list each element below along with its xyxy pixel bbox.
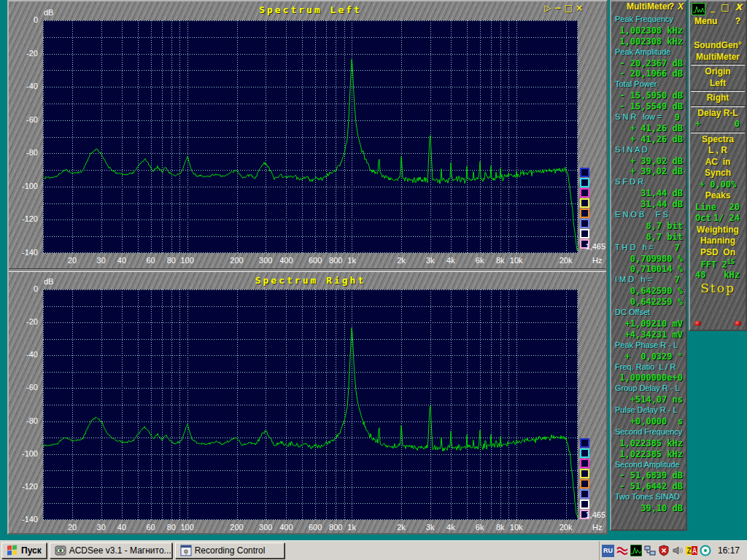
origin-left-button[interactable]: Left <box>690 78 746 90</box>
x-tick-label: 100 <box>175 256 200 265</box>
x-tick-label: 1k <box>339 523 364 532</box>
y-tick-label: -40 <box>9 82 38 90</box>
multimeter-label: Peak Phase R - L <box>611 341 686 351</box>
cd-player-icon[interactable] <box>700 545 711 556</box>
multimeter-value: 31,44 dB <box>611 199 686 210</box>
status-led-right <box>735 321 741 326</box>
start-button[interactable]: Пуск <box>1 542 47 559</box>
ac-in-button[interactable]: AC in <box>690 157 746 168</box>
start-label: Пуск <box>21 545 42 556</box>
multimeter-value: 1,022385 kHz <box>611 438 686 449</box>
color-legend <box>580 438 590 520</box>
multimeter-value: 0,642259 % <box>611 297 686 308</box>
x-axis-labels: 20304060801002003004006008001k2k3k4k6k8k… <box>9 256 606 266</box>
control-panel-titlebar: _ □ X <box>690 1 746 16</box>
origin-right-button[interactable]: Right <box>690 93 746 104</box>
minimize-icon[interactable]: _ <box>711 2 716 12</box>
psd-toggle[interactable]: PSD On <box>690 247 746 259</box>
weighting-label: Weighting <box>690 225 746 236</box>
x-tick-label: 4k <box>438 256 463 265</box>
spectra-lr-button[interactable]: L , R <box>690 145 746 157</box>
legend-swatch[interactable] <box>580 459 589 468</box>
multimeter-value: 31,44 dB <box>611 188 686 199</box>
network-icon[interactable] <box>644 545 656 556</box>
taskbar: Пуск ACDSee v3.1 - Магнито... Recording … <box>0 540 747 560</box>
svg-text:Z: Z <box>686 547 691 555</box>
synch-value[interactable]: + 0,00% <box>690 179 746 191</box>
multimeter-panel: MultiMeter ? X Peak Frequency1,002308 kH… <box>610 0 687 531</box>
help-icon[interactable]: ? <box>669 1 674 12</box>
legend-swatch[interactable] <box>580 479 589 489</box>
svg-text:A: A <box>692 547 697 555</box>
soundgen-button[interactable]: SoundGen° <box>690 40 746 52</box>
multimeter-titlebar: MultiMeter ? X <box>611 1 686 15</box>
multimeter-value: 39,10 dB <box>611 503 686 514</box>
x-tick-label: 400 <box>274 523 298 532</box>
multimeter-value: - 20,1966 dB <box>611 69 686 79</box>
y-tick-label: -20 <box>9 317 38 326</box>
y-tick-label: -100 <box>9 182 38 190</box>
legend-swatch[interactable] <box>580 188 589 198</box>
legend-swatch[interactable] <box>580 489 589 499</box>
x-axis-labels: 20304060801002003004006008001k2k3k4k6k8k… <box>9 523 606 533</box>
multimeter-value: 0,642590 % <box>611 286 686 297</box>
line-setting[interactable]: Line20 <box>690 202 746 214</box>
menu-button[interactable]: Menu <box>694 16 717 27</box>
delay-rl-value[interactable]: +0 <box>690 119 746 131</box>
y-tick-label: 0 <box>9 284 38 293</box>
y-tick-label: 0 <box>9 15 38 24</box>
multimeter-value: +4,34231 mV <box>611 330 686 341</box>
multimeter-value: + 41,26 dB <box>611 123 686 134</box>
multimeter-value: 1,0000000e+0 <box>611 373 686 384</box>
separator <box>691 63 745 66</box>
legend-swatch[interactable] <box>580 198 589 208</box>
octave-setting[interactable]: Oct1/ 24 <box>690 213 746 225</box>
delay-rl-label: Delay R-L <box>690 108 746 120</box>
spectrum-app-icon[interactable] <box>630 545 642 556</box>
color-legend <box>580 168 590 249</box>
shield-icon[interactable] <box>658 545 670 556</box>
stop-button[interactable]: Stop <box>690 281 746 297</box>
x-tick-label: 1k <box>339 256 364 265</box>
multimeter-label: Freq. Ratio L / R <box>611 362 686 373</box>
multimeter-label: Peak Frequency <box>611 15 686 26</box>
legend-swatch[interactable] <box>580 209 589 218</box>
legend-swatch[interactable] <box>580 469 589 478</box>
multimeter-value: +0,0000 s <box>611 416 686 427</box>
x-tick-label: 200 <box>225 523 249 532</box>
x-tick-label: 10k <box>504 256 529 265</box>
legend-swatch[interactable] <box>580 499 589 509</box>
legend-swatch[interactable] <box>580 438 589 448</box>
synch-button[interactable]: Synch <box>690 168 746 179</box>
wave-icon[interactable] <box>616 545 628 556</box>
punto-switcher-icon[interactable]: ZA <box>686 545 697 556</box>
language-indicator[interactable]: RU <box>602 545 614 557</box>
sample-rate-setting[interactable]: 48kHz <box>690 270 746 281</box>
maximize-icon[interactable]: □ <box>721 2 730 12</box>
x-tick-label: 20k <box>554 523 578 532</box>
close-icon[interactable]: X <box>678 1 684 12</box>
x-axis-unit: Hz <box>592 256 602 265</box>
multimeter-value: 8,7 bit <box>611 221 686 232</box>
windows-logo-icon <box>7 545 18 556</box>
multimeter-value: 1,022385 kHz <box>611 449 686 460</box>
spectrum-right-plot[interactable] <box>43 289 578 520</box>
multimeter-label: Group Delay R - L <box>611 384 686 394</box>
close-icon[interactable]: X <box>735 2 743 12</box>
multimeter-value: +1,09210 mV <box>611 319 686 330</box>
taskbar-item-recording-control[interactable]: Recording Control <box>175 542 285 559</box>
legend-swatch[interactable] <box>580 178 589 187</box>
help-icon[interactable]: ? <box>735 16 740 27</box>
fft-size-setting[interactable]: FFT 215 <box>690 258 746 270</box>
x-tick-label: 20 <box>60 523 85 532</box>
volume-icon[interactable] <box>672 545 684 556</box>
legend-swatch[interactable] <box>580 219 589 228</box>
multimeter-label: Peak Amplitude <box>611 47 686 58</box>
legend-swatch[interactable] <box>580 448 589 458</box>
multimeter-button[interactable]: MultiMeter <box>690 52 746 63</box>
taskbar-item-acdsee[interactable]: ACDSee v3.1 - Магнито... <box>50 542 172 559</box>
hanning-button[interactable]: Hanning <box>690 236 746 247</box>
legend-swatch[interactable] <box>580 229 589 238</box>
legend-swatch[interactable] <box>580 168 589 177</box>
spectrum-left-plot[interactable] <box>43 20 578 253</box>
